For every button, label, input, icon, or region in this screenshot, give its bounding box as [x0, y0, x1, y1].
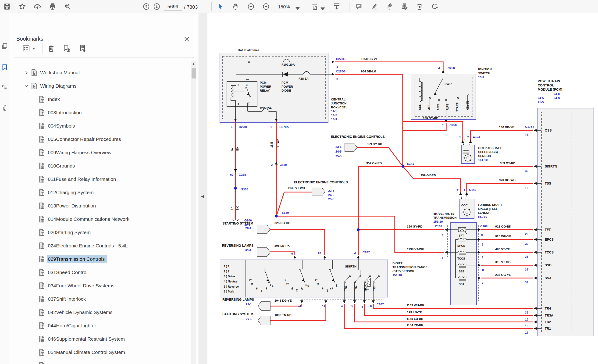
diagram-label: C250: [449, 123, 457, 127]
bookmark-options-icon[interactable]: [22, 44, 30, 52]
print-icon[interactable]: [49, 3, 56, 10]
contact-point: [429, 97, 431, 99]
bookmark-destination-icon[interactable]: [79, 44, 87, 52]
page-thumbnails-icon[interactable]: [1, 43, 8, 49]
star-icon[interactable]: [18, 3, 26, 10]
bookmark-item[interactable]: 013Power Distribution: [39, 200, 98, 212]
bookmark-label: 011Fuse and Relay Information: [47, 175, 118, 183]
diagram-label: TR2: [354, 286, 357, 291]
bookmark-item[interactable]: 037Shift Interlock: [39, 293, 88, 305]
document-page[interactable]: Hot at all timesF102 20AF28 5AF33 15APCM…: [208, 13, 598, 364]
wire: [403, 123, 446, 130]
bookmark-item[interactable]: 005Connector Repair Procedures: [39, 133, 123, 145]
bookmark-label: 044Horn/Cigar Lighter: [47, 322, 99, 330]
bookmark-label: 005Connector Repair Procedures: [47, 135, 123, 143]
bookmark-item[interactable]: 029Transmission Controls: [39, 253, 107, 265]
bookmark-item[interactable]: 014Module Communications Network: [39, 213, 132, 225]
diagram-label: 4: [341, 304, 343, 308]
arrowhead: [534, 314, 537, 317]
diagram-label: ACC: [437, 104, 440, 110]
collapse-panel-icon[interactable]: ◀: [201, 194, 204, 199]
options-caret-icon[interactable]: [32, 47, 35, 51]
contact-point: [250, 279, 251, 280]
panel-resizer[interactable]: ◀: [199, 13, 208, 364]
page-fit-icon[interactable]: [311, 3, 318, 10]
diagram-label: 13-5: [331, 114, 337, 117]
rotate-icon[interactable]: [431, 3, 439, 10]
arrowhead: [445, 120, 448, 122]
bookmark-item[interactable]: 004Symbols: [39, 120, 77, 132]
page-fit-caret-icon[interactable]: [319, 5, 322, 8]
bookmark-item[interactable]: 012Charging System: [39, 187, 96, 198]
page-number-input[interactable]: [164, 3, 182, 10]
hand-tool-icon[interactable]: [232, 3, 240, 10]
diagram-label: 1043 DG-YE: [274, 299, 292, 302]
zoom-level-value[interactable]: 150%: [278, 4, 290, 9]
next-page-button[interactable]: [153, 3, 160, 10]
diagram-label: 3: [291, 288, 293, 291]
diagram-label: 151-10: [433, 220, 443, 223]
diagram-label: C270A: [279, 125, 289, 129]
zoom-dropdown-caret-icon[interactable]: [294, 5, 298, 8]
bookmark-item[interactable]: 054Manual Climate Control System: [39, 347, 127, 358]
diagram-label: 151-10: [392, 273, 402, 277]
attachments-icon[interactable]: [1, 105, 8, 111]
diagram-label: PCM: [260, 81, 266, 84]
bookmark-item[interactable]: 003Introduction: [39, 107, 84, 118]
diagram-label: 20-1: [246, 317, 252, 321]
bookmark-item[interactable]: 024Electronic Engine Controls - 5.4L: [39, 240, 130, 252]
arrowhead: [534, 307, 537, 310]
delete-pages-icon[interactable]: [416, 3, 423, 10]
bookmark-item[interactable]: 010Grounds: [39, 160, 77, 172]
bookmark-item[interactable]: 009Wiring Harness Overview: [39, 147, 114, 158]
bookmarks-panel-icon[interactable]: [1, 64, 8, 71]
zoom-out-icon[interactable]: [247, 3, 255, 10]
diagram-label: POWER: [260, 85, 271, 88]
diagram-label: C167: [363, 250, 370, 254]
bookmark-root-item[interactable]: Wiring Diagrams: [23, 80, 79, 92]
edit-pages-icon[interactable]: [401, 3, 408, 10]
save-icon[interactable]: [3, 3, 11, 10]
diagram-label: TFT: [459, 234, 464, 237]
diagram-label: OFF: [427, 105, 431, 110]
sign-pen-icon[interactable]: [385, 3, 393, 10]
bookmark-item[interactable]: 011Fuse and Relay Information: [39, 173, 118, 185]
export-icon[interactable]: [1, 84, 8, 91]
diagram-label: 15: [525, 186, 528, 190]
previous-page-button[interactable]: [142, 3, 150, 10]
bookmark-item[interactable]: 046Supplemental Restraint System: [39, 333, 127, 345]
scrolling-mode-icon[interactable]: [333, 3, 340, 10]
bookmark-item[interactable]: 044Horn/Cigar Lighter: [39, 320, 99, 331]
diagram-label: 18: [525, 324, 528, 328]
bookmark-item[interactable]: 031Speed Control: [39, 267, 90, 278]
bookmark-item[interactable]: 042Vehicle Dynamic Systems: [39, 306, 115, 318]
diagram-label: 39: [525, 242, 528, 246]
delete-bookmark-icon[interactable]: [47, 44, 55, 52]
zoom-in-icon[interactable]: [262, 3, 270, 10]
diagram-label: 20: [525, 232, 528, 236]
add-bookmark-icon[interactable]: [63, 44, 71, 52]
diagram-label: SPEED (TSS): [478, 207, 497, 210]
share-cloud-icon[interactable]: [34, 3, 41, 10]
bookmark-item[interactable]: 020Starting System: [39, 227, 93, 238]
diagram-label: 6: [231, 125, 233, 129]
diagram-label: 1093 TN-RD: [274, 313, 291, 317]
diagram-label: S141: [407, 162, 414, 165]
scroll-up-icon[interactable]: ▲: [192, 62, 195, 66]
arrowhead: [459, 192, 462, 195]
toolbar-separator: [349, 2, 349, 11]
bookmark-root-item[interactable]: Workshop Manual: [23, 67, 82, 78]
panel-scrollbar[interactable]: ▲: [191, 61, 196, 364]
bookmark-item[interactable]: 055Automatic Climate Control System: [39, 360, 133, 364]
highlighter-icon[interactable]: [370, 3, 378, 10]
diagram-label: 10: [318, 251, 321, 255]
scrollbar-thumb[interactable]: [191, 68, 196, 78]
diagram-label: 136 DB-YE: [499, 125, 514, 129]
bookmark-item[interactable]: 034Four Wheel Drive Systems: [39, 280, 117, 292]
select-tool-icon[interactable]: [217, 3, 224, 10]
search-icon[interactable]: [64, 3, 72, 10]
bookmark-item[interactable]: Index: [39, 93, 62, 105]
diagram-label: C168: [480, 224, 488, 228]
comment-icon[interactable]: [355, 3, 363, 10]
diagram-label: 2: [238, 83, 239, 87]
